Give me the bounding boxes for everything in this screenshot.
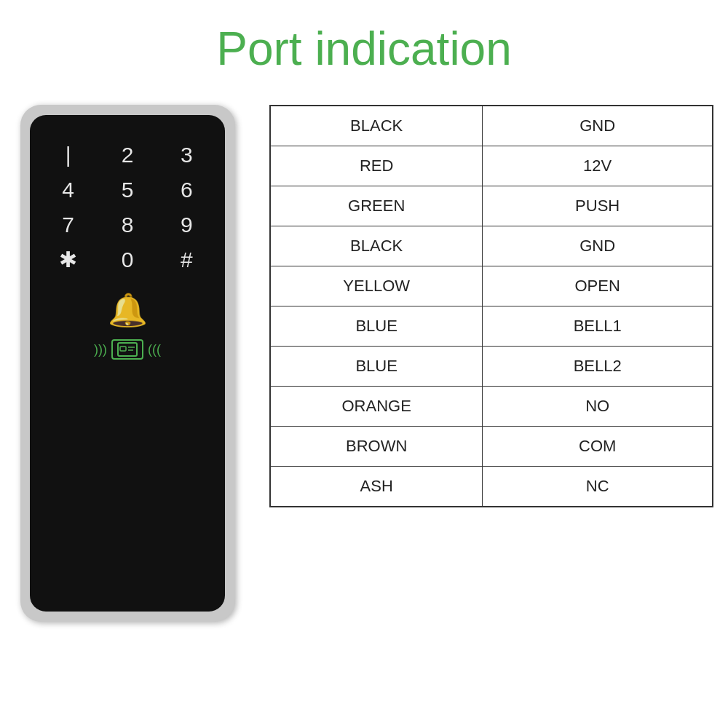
key-8: 8 xyxy=(106,214,148,236)
port-name-cell: GND xyxy=(483,226,713,266)
key-6: 6 xyxy=(166,179,207,201)
key-0: 0 xyxy=(106,249,148,271)
port-name-cell: GND xyxy=(483,106,713,146)
table-row: BLACKGND xyxy=(270,226,713,266)
key-hash: # xyxy=(166,249,207,271)
wave-right-icon: ((( xyxy=(148,342,161,357)
port-name-cell: OPEN xyxy=(483,266,713,306)
key-2: 2 xyxy=(106,144,148,166)
port-color-cell: ASH xyxy=(270,467,483,507)
table-row: ORANGENO xyxy=(270,387,713,427)
port-name-cell: PUSH xyxy=(483,186,713,226)
port-table-container: BLACKGNDRED12VGREENPUSHBLACKGNDYELLOWOPE… xyxy=(269,105,713,507)
port-name-cell: 12V xyxy=(483,146,713,186)
table-row: BLUEBELL2 xyxy=(270,347,713,387)
table-row: BLUEBELL1 xyxy=(270,306,713,347)
keypad-grid: | 2 3 4 5 6 7 8 9 ✱ 0 # xyxy=(47,144,207,271)
table-row: BROWNCOM xyxy=(270,427,713,467)
key-star: ✱ xyxy=(47,249,89,271)
port-color-cell: BLUE xyxy=(270,347,483,387)
key-7: 7 xyxy=(47,214,89,236)
bell-icon: 🔔 xyxy=(108,291,148,329)
port-color-cell: BLUE xyxy=(270,306,483,347)
table-row: GREENPUSH xyxy=(270,186,713,226)
wave-left-icon: ))) xyxy=(94,342,107,357)
port-color-cell: ORANGE xyxy=(270,387,483,427)
device-inner: | 2 3 4 5 6 7 8 9 ✱ 0 # 🔔 ))) xyxy=(30,115,225,612)
key-9: 9 xyxy=(166,214,207,236)
port-color-cell: BROWN xyxy=(270,427,483,467)
port-name-cell: BELL1 xyxy=(483,306,713,347)
table-row: YELLOWOPEN xyxy=(270,266,713,306)
key-3: 3 xyxy=(166,144,207,166)
card-svg xyxy=(117,342,138,357)
port-name-cell: BELL2 xyxy=(483,347,713,387)
table-row: RED12V xyxy=(270,146,713,186)
port-table: BLACKGNDRED12VGREENPUSHBLACKGNDYELLOWOPE… xyxy=(269,105,713,507)
key-1: | xyxy=(47,144,89,166)
svg-rect-1 xyxy=(120,347,126,351)
port-name-cell: NO xyxy=(483,387,713,427)
device-outer: | 2 3 4 5 6 7 8 9 ✱ 0 # 🔔 ))) xyxy=(20,105,235,622)
table-row: BLACKGND xyxy=(270,106,713,146)
key-5: 5 xyxy=(106,179,148,201)
port-color-cell: RED xyxy=(270,146,483,186)
port-color-cell: BLACK xyxy=(270,106,483,146)
port-color-cell: BLACK xyxy=(270,226,483,266)
port-name-cell: NC xyxy=(483,467,713,507)
card-icon xyxy=(111,339,143,360)
content-area: | 2 3 4 5 6 7 8 9 ✱ 0 # 🔔 ))) xyxy=(15,105,713,622)
page-title: Port indication xyxy=(216,22,512,76)
port-color-cell: GREEN xyxy=(270,186,483,226)
device-container: | 2 3 4 5 6 7 8 9 ✱ 0 # 🔔 ))) xyxy=(15,105,240,622)
port-name-cell: COM xyxy=(483,427,713,467)
table-row: ASHNC xyxy=(270,467,713,507)
key-4: 4 xyxy=(47,179,89,201)
svg-rect-0 xyxy=(118,343,137,356)
card-reader: ))) ((( xyxy=(94,339,161,360)
port-color-cell: YELLOW xyxy=(270,266,483,306)
